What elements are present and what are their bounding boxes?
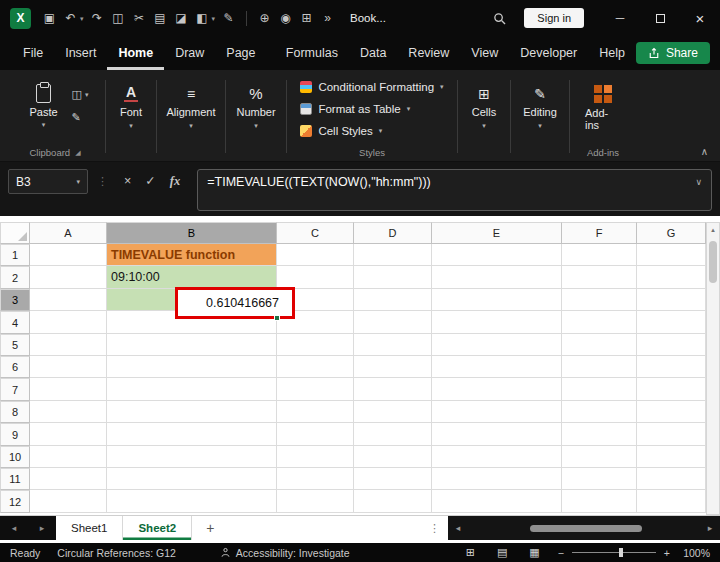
cell-E6[interactable] [432, 356, 562, 378]
vertical-scrollbar[interactable]: ▴ [706, 222, 720, 515]
fill-color-icon[interactable]: ◧ [192, 11, 213, 25]
cell-E7[interactable] [432, 378, 562, 401]
maximize-button[interactable] [640, 0, 680, 36]
row-header-5[interactable]: 5 [0, 334, 30, 356]
cell-G4[interactable] [637, 311, 706, 334]
cell-D5[interactable] [354, 334, 432, 356]
name-box[interactable]: B3 ▾ [8, 169, 88, 194]
cell-A8[interactable] [30, 401, 107, 423]
cell-D6[interactable] [354, 356, 432, 378]
cell-F7[interactable] [562, 378, 637, 401]
copy-button[interactable]: ◫▾ [72, 88, 89, 101]
format-painter-icon[interactable]: ✎ [218, 11, 239, 25]
cell-A4[interactable] [30, 311, 107, 334]
cell-C7[interactable] [277, 378, 354, 401]
row-header-12[interactable]: 12 [0, 490, 30, 513]
fill-handle[interactable] [274, 315, 280, 321]
cell-F6[interactable] [562, 356, 637, 378]
cell-F2[interactable] [562, 266, 637, 289]
row-header-10[interactable]: 10 [0, 446, 30, 468]
horizontal-scroll-track[interactable] [468, 516, 700, 540]
expand-formula-bar-button[interactable]: ∨ [695, 177, 702, 187]
dialog-launcher-icon[interactable]: ◢ [75, 149, 80, 157]
tab-split-handle[interactable]: ⋮ [429, 522, 440, 535]
cell-C1[interactable] [277, 244, 354, 266]
cell-G7[interactable] [637, 378, 706, 401]
close-button[interactable]: × [680, 0, 720, 36]
cell-B5[interactable] [107, 334, 277, 356]
sign-in-button[interactable]: Sign in [524, 8, 584, 28]
ribbon-tab-draw[interactable]: Draw [164, 36, 215, 70]
font-group-button[interactable]: A Font ▾ [107, 72, 155, 161]
cell-C2[interactable] [277, 266, 354, 289]
cell-G12[interactable] [637, 490, 706, 513]
cell-E1[interactable] [432, 244, 562, 266]
save-icon[interactable]: ▣ [39, 11, 60, 25]
ribbon-tab-file[interactable]: File [12, 36, 54, 70]
row-header-6[interactable]: 6 [0, 356, 30, 378]
cut-icon[interactable]: ✂ [129, 11, 150, 25]
zoom-slider[interactable] [572, 547, 656, 558]
row-header-2[interactable]: 2 [0, 266, 30, 289]
cell-E11[interactable] [432, 468, 562, 490]
cell-A3[interactable] [30, 289, 107, 311]
undo-icon[interactable]: ↶ [60, 11, 81, 25]
cell-G8[interactable] [637, 401, 706, 423]
column-header-A[interactable]: A [30, 222, 107, 244]
share-button[interactable]: Share [636, 42, 710, 64]
search-icon[interactable] [493, 12, 506, 25]
ribbon-tab-review[interactable]: Review [397, 36, 460, 70]
zoom-percentage[interactable]: 100% [680, 547, 710, 559]
cell-F1[interactable] [562, 244, 637, 266]
ribbon-tab-view[interactable]: View [460, 36, 509, 70]
cell-B7[interactable] [107, 378, 277, 401]
ribbon-tab-data[interactable]: Data [349, 36, 397, 70]
ribbon-tab-home[interactable]: Home [107, 36, 164, 70]
cell-B10[interactable] [107, 446, 277, 468]
cancel-button[interactable]: × [124, 169, 131, 194]
cell-E10[interactable] [432, 446, 562, 468]
cell-A10[interactable] [30, 446, 107, 468]
cell-B1[interactable]: TIMEVALUE function [107, 244, 277, 266]
cells-group-button[interactable]: ⊞ Cells ▾ [459, 72, 509, 161]
cell-C11[interactable] [277, 468, 354, 490]
cell-B6[interactable] [107, 356, 277, 378]
styles-item-format-as-table[interactable]: Format as Table▾ [300, 98, 410, 119]
cell-G2[interactable] [637, 266, 706, 289]
cell-G6[interactable] [637, 356, 706, 378]
cell-D4[interactable] [354, 311, 432, 334]
cell-B9[interactable] [107, 423, 277, 446]
cell-A9[interactable] [30, 423, 107, 446]
styles-item-cell-styles[interactable]: Cell Styles▾ [300, 120, 382, 141]
column-header-B[interactable]: B [107, 222, 277, 244]
ribbon-tab-insert[interactable]: Insert [54, 36, 107, 70]
cell-F11[interactable] [562, 468, 637, 490]
row-header-11[interactable]: 11 [0, 468, 30, 490]
minimize-button[interactable]: ─ [600, 0, 640, 36]
cell-E12[interactable] [432, 490, 562, 513]
cell-D7[interactable] [354, 378, 432, 401]
zoom-in-button[interactable]: + [664, 547, 670, 559]
page-layout-view-icon[interactable]: ▤ [497, 546, 507, 559]
next-sheet-button[interactable]: ▸ [28, 516, 56, 540]
row-header-8[interactable]: 8 [0, 401, 30, 423]
page-break-view-icon[interactable]: ▦ [529, 546, 539, 559]
previous-sheet-button[interactable]: ◂ [0, 516, 28, 540]
cell-A5[interactable] [30, 334, 107, 356]
cell-F5[interactable] [562, 334, 637, 356]
editing-group-button[interactable]: ✎ Editing ▾ [512, 72, 568, 161]
eraser-icon[interactable]: ◪ [171, 11, 192, 25]
add-ins-button[interactable]: Add-ins [577, 76, 629, 131]
scroll-left-icon[interactable]: ◂ [448, 523, 468, 533]
row-header-3[interactable]: 3 [0, 289, 30, 311]
row-header-4[interactable]: 4 [0, 311, 30, 334]
cell-F10[interactable] [562, 446, 637, 468]
styles-item-conditional-formatting[interactable]: Conditional Formatting▾ [300, 76, 443, 97]
number-group-button[interactable]: % Number ▾ [227, 72, 285, 161]
cell-D9[interactable] [354, 423, 432, 446]
row-header-7[interactable]: 7 [0, 378, 30, 401]
collapse-ribbon-button[interactable]: ∧ [701, 146, 708, 157]
cell-F3[interactable] [562, 289, 637, 311]
copy-icon[interactable]: ◫ [108, 11, 129, 25]
ribbon-tab-developer[interactable]: Developer [509, 36, 588, 70]
